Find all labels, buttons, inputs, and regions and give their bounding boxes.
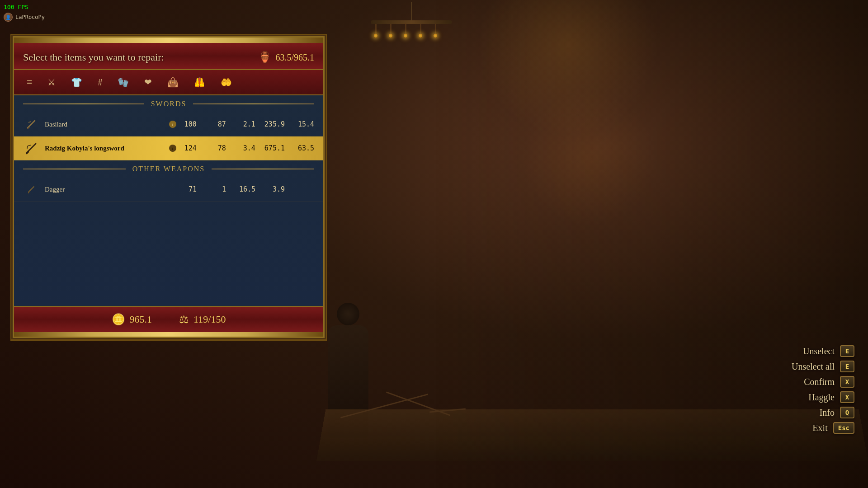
fps-counter: 100 FPS (4, 4, 28, 10)
filter-tab-vest[interactable]: 🦺 (190, 75, 209, 89)
repair-panel: Select the items you want to repair: 🏺 6… (13, 36, 325, 338)
filter-tab-bag[interactable]: 👜 (164, 75, 182, 89)
filter-tab-sword[interactable]: ⚔ (44, 75, 59, 89)
basilard-stat2: 87 (206, 120, 226, 128)
keybind-haggle-key: X (840, 391, 854, 403)
svg-line-5 (28, 145, 31, 146)
dagger-stat1: 71 (176, 185, 197, 193)
panel-header: Select the items you want to repair: 🏺 6… (14, 43, 323, 70)
footer-gold-icon: 🪙 (112, 313, 125, 326)
basilard-icon (23, 116, 39, 132)
basilard-stat4: 235.9 (264, 120, 285, 128)
footer-weight: ⚖ 119/150 (179, 313, 226, 326)
player-avatar-icon: 👤 (4, 13, 13, 22)
basilard-info-icon: i (169, 121, 176, 128)
category-line-right (193, 103, 314, 104)
item-basilard[interactable]: Basilard i 100 87 2.1 235.9 15.4 (14, 113, 323, 136)
dagger-stat4: 3.9 (264, 185, 285, 193)
gold-amount: 63.5/965.1 (275, 52, 314, 63)
basilard-stat3: 2.1 (235, 120, 255, 128)
basilard-stat1: 100 (176, 120, 197, 128)
dagger-stats: 71 1 16.5 3.9 (176, 185, 314, 193)
footer-gold: 🪙 965.1 (112, 313, 152, 326)
keybind-unselect-label: Unselect (803, 346, 835, 357)
keybind-info: Info Q (820, 407, 854, 418)
longsword-stat3: 3.4 (235, 144, 255, 152)
keybind-confirm: Confirm X (804, 376, 854, 388)
longsword-stats: 124 78 3.4 675.1 63.5 (176, 144, 314, 152)
svg-line-6 (27, 146, 28, 149)
dagger-name: Dagger (45, 186, 176, 193)
filter-tab-hash[interactable]: # (94, 75, 106, 89)
keybind-haggle: Haggle X (808, 391, 854, 403)
category-swords-header: Swords (14, 95, 323, 113)
category-other-line-right (212, 169, 314, 169)
keybindings-panel: Unselect E Unselect all E Confirm X Hagg… (792, 345, 854, 434)
keybind-confirm-key: X (840, 376, 854, 388)
dagger-stat2: 1 (206, 185, 226, 193)
panel-top-decoration (14, 38, 323, 43)
filter-tab-hand[interactable]: 🤲 (217, 75, 236, 89)
longsword-stat2: 78 (206, 144, 226, 152)
longsword-stat5: 63.5 (294, 144, 314, 152)
longsword-icon (23, 140, 39, 156)
player-name-label: LaPRocoPy (15, 14, 45, 20)
items-list: Swords Basilard i 100 87 2.1 235.9 15.4 (14, 95, 323, 306)
longsword-stat4: 675.1 (264, 144, 285, 152)
footer-weight-icon: ⚖ (179, 313, 189, 326)
longsword-info-icon: i (169, 145, 176, 152)
category-other-label: Other Weapons (126, 165, 212, 173)
keybind-info-label: Info (820, 408, 835, 418)
panel-bottom-decoration (14, 332, 323, 337)
filter-tabs-row: ≡ ⚔ 👕 # 🧤 ❤ 👜 🦺 🤲 (14, 70, 323, 95)
keybind-exit-label: Exit (812, 423, 827, 433)
player-info: 👤 LaPRocoPy (4, 13, 45, 22)
dagger-icon (23, 181, 39, 197)
keybind-info-key: Q (840, 407, 854, 418)
item-dagger[interactable]: Dagger 71 1 16.5 3.9 (14, 178, 323, 202)
basilard-stats: 100 87 2.1 235.9 15.4 (176, 120, 314, 128)
panel-title: Select the items you want to repair: (23, 52, 164, 63)
basilard-stat5: 15.4 (294, 120, 314, 128)
gold-display: 🏺 63.5/965.1 (258, 51, 314, 64)
footer-weight-value: 119/150 (193, 314, 226, 325)
filter-tab-all[interactable]: ≡ (23, 75, 36, 90)
gold-pot-icon: 🏺 (258, 51, 272, 64)
keybind-confirm-label: Confirm (804, 377, 835, 387)
category-other-header: Other Weapons (14, 160, 323, 178)
keybind-unselect: Unselect E (803, 345, 854, 357)
keybind-unselect-all: Unselect all E (792, 361, 854, 372)
dagger-stat5 (294, 185, 314, 193)
dagger-stat3: 16.5 (235, 185, 255, 193)
category-swords-label: Swords (144, 100, 193, 108)
category-line-left (23, 103, 144, 104)
keybind-exit-key: Esc (833, 422, 854, 434)
keybind-unselect-all-key: E (840, 361, 854, 372)
longsword-stat1: 124 (176, 144, 197, 152)
footer-gold-amount: 965.1 (130, 314, 152, 325)
filter-tab-armor[interactable]: 👕 (67, 75, 86, 89)
keybind-haggle-label: Haggle (808, 392, 835, 403)
item-longsword-wrapper: ▶ Radzig Kobyla's longsword i 124 78 3.4 (14, 136, 323, 160)
filter-tab-glove[interactable]: 🧤 (114, 75, 132, 89)
panel-footer: 🪙 965.1 ⚖ 119/150 (14, 306, 323, 332)
svg-line-2 (28, 122, 31, 122)
category-other-line-left (23, 169, 126, 169)
item-longsword[interactable]: Radzig Kobyla's longsword i 124 78 3.4 6… (14, 136, 323, 160)
keybind-unselect-all-label: Unselect all (792, 361, 835, 372)
filter-tab-heart[interactable]: ❤ (141, 75, 156, 89)
keybind-exit: Exit Esc (812, 422, 854, 434)
keybind-unselect-key: E (840, 345, 854, 357)
basilard-name: Basilard (45, 121, 166, 128)
longsword-name: Radzig Kobyla's longsword (45, 145, 166, 152)
